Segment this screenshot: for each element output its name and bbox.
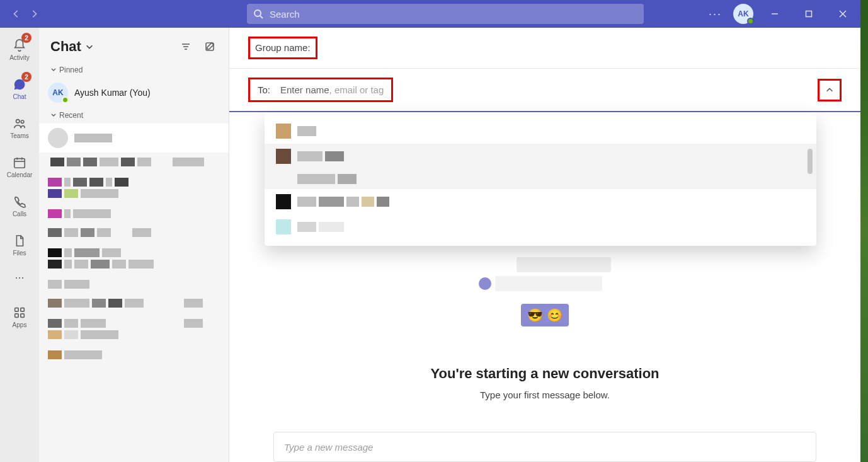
- rail-label: Activity: [9, 54, 30, 61]
- compose-input[interactable]: Type a new message: [273, 432, 816, 462]
- svg-rect-8: [14, 158, 25, 168]
- forward-button[interactable]: [26, 6, 42, 21]
- avatar: [276, 124, 291, 139]
- people-suggestions: [265, 112, 816, 246]
- rail-label: Teams: [10, 132, 28, 139]
- avatar: [276, 149, 291, 164]
- start-conversation-sub: Type your first message below.: [480, 390, 610, 400]
- chat-name: Ayush Kumar (You): [74, 88, 151, 98]
- chevron-down-icon: [50, 112, 57, 118]
- avatar-initials: AK: [738, 9, 748, 18]
- list-item[interactable]: [39, 313, 229, 345]
- avatar: [276, 219, 291, 234]
- maximize-button[interactable]: [796, 0, 821, 28]
- emoji-cool: 😎: [527, 308, 543, 322]
- chevron-down-icon: [85, 42, 94, 51]
- minimize-button[interactable]: [762, 0, 787, 28]
- collapse-to-button[interactable]: [818, 79, 842, 101]
- svg-rect-12: [15, 308, 19, 311]
- main-pane: Group name: To: Enter name, email or tag: [229, 28, 860, 462]
- list-item[interactable]: [39, 345, 229, 364]
- rail-label: Apps: [13, 321, 27, 328]
- emoji-reaction: 😎 😊: [521, 304, 569, 326]
- search-placeholder: Search: [270, 9, 300, 20]
- pinned-section[interactable]: Pinned: [39, 62, 229, 78]
- suggestion-item[interactable]: [265, 144, 816, 169]
- rail-teams[interactable]: Teams: [0, 111, 39, 144]
- recent-section[interactable]: Recent: [39, 107, 229, 124]
- scrollbar-thumb[interactable]: [808, 149, 813, 174]
- rail-files[interactable]: Files: [0, 228, 39, 261]
- avatar: [276, 194, 291, 209]
- presence-available-icon: [747, 18, 754, 25]
- rail-label: Calls: [13, 211, 26, 217]
- presence-available-icon: [62, 96, 69, 103]
- svg-rect-14: [15, 313, 19, 317]
- rail-label: Calendar: [7, 171, 33, 178]
- avatar: AK: [48, 83, 68, 103]
- new-chat-button[interactable]: [201, 38, 219, 55]
- rail-chat[interactable]: 2 Chat: [0, 72, 39, 105]
- to-placeholder-strong: Enter name: [280, 84, 329, 95]
- titlebar: Search ··· AK: [0, 0, 860, 28]
- activity-badge: 2: [21, 33, 31, 43]
- chat-title-text: Chat: [50, 38, 81, 55]
- start-conversation-title: You're starting a new conversation: [430, 366, 659, 382]
- calendar-icon: [12, 155, 27, 170]
- to-label: To:: [258, 84, 270, 95]
- avatar: [48, 128, 68, 148]
- chat-list-title[interactable]: Chat: [50, 38, 94, 55]
- avatar-initials: AK: [52, 88, 63, 97]
- chat-badge: 2: [21, 72, 31, 82]
- search-input[interactable]: Search: [247, 4, 644, 24]
- desktop-background-edge: [860, 0, 868, 462]
- suggestion-item[interactable]: [265, 214, 816, 240]
- compose-placeholder: Type a new message: [284, 442, 373, 453]
- rail-activity[interactable]: 2 Activity: [0, 33, 39, 66]
- rail-label: Files: [13, 250, 26, 257]
- more-button[interactable]: ···: [706, 5, 724, 23]
- rail-apps[interactable]: Apps: [0, 300, 39, 333]
- chat-list-panel: Chat Pinned AK: [39, 28, 229, 462]
- suggestion-item[interactable]: [265, 189, 816, 214]
- list-item[interactable]: [39, 171, 229, 204]
- profile-avatar[interactable]: AK: [733, 4, 753, 24]
- svg-point-0: [254, 10, 261, 16]
- to-field-highlight: To: Enter name, email or tag: [248, 78, 393, 102]
- rail-calendar[interactable]: Calendar: [0, 150, 39, 183]
- rail-more[interactable]: ···: [0, 267, 39, 287]
- list-item[interactable]: [39, 275, 229, 294]
- phone-icon: [12, 194, 27, 209]
- to-input[interactable]: Enter name, email or tag: [280, 84, 384, 95]
- group-name-highlight: Group name:: [248, 37, 317, 59]
- message-skeleton: [479, 257, 611, 291]
- filter-button[interactable]: [177, 38, 195, 55]
- teams-icon: [12, 116, 27, 131]
- chevron-down-icon: [50, 67, 57, 73]
- rail-label: Chat: [13, 93, 26, 100]
- group-name-label: Group name:: [255, 42, 311, 53]
- suggestion-item[interactable]: [265, 118, 816, 144]
- svg-rect-15: [21, 313, 25, 317]
- svg-line-1: [260, 16, 263, 18]
- list-item[interactable]: [39, 204, 229, 223]
- close-button[interactable]: [830, 0, 855, 28]
- suggestion-item[interactable]: [265, 169, 816, 189]
- back-button[interactable]: [9, 6, 24, 21]
- apps-icon: [12, 305, 27, 320]
- svg-point-6: [16, 119, 20, 123]
- list-item[interactable]: AK Ayush Kumar (You): [39, 78, 229, 107]
- emoji-smile: 😊: [547, 308, 562, 322]
- svg-rect-13: [21, 308, 25, 311]
- list-item[interactable]: [39, 242, 229, 275]
- list-item[interactable]: [39, 153, 229, 171]
- list-item[interactable]: [39, 223, 229, 242]
- svg-rect-3: [806, 11, 812, 17]
- svg-point-7: [21, 120, 24, 123]
- recent-label: Recent: [59, 111, 83, 120]
- to-placeholder-dim: , email or tag: [329, 84, 384, 95]
- list-item[interactable]: [39, 124, 229, 153]
- rail-calls[interactable]: Calls: [0, 189, 39, 222]
- list-item[interactable]: [39, 294, 229, 313]
- pinned-label: Pinned: [59, 66, 83, 74]
